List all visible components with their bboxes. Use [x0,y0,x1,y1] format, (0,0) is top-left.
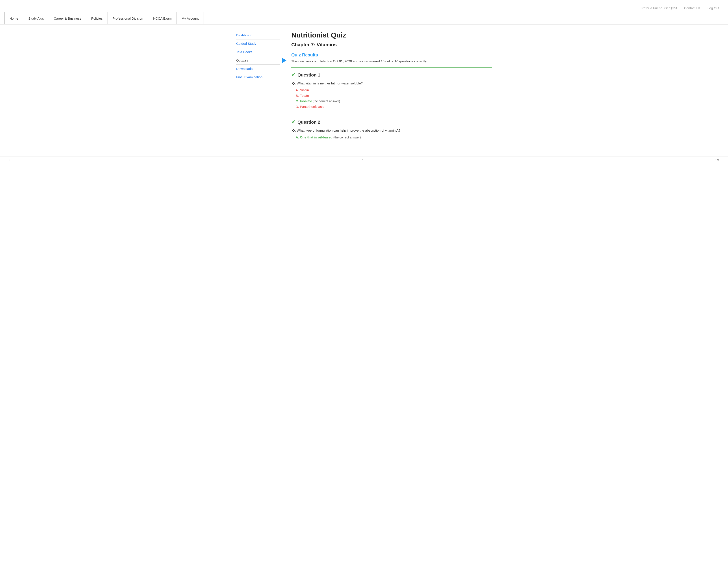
check-icon-q1: ✔ [291,72,295,78]
sidebar-item-guided-study[interactable]: Guided Study [236,39,280,48]
q1-answer-a: A. Niacin [291,88,492,92]
footer-right: 1/4 [715,159,719,162]
sidebar-active-arrow [282,58,286,63]
question-1-block: ✔ Question 1 Q: What vitamin is neither … [291,67,492,112]
quiz-results-title: Quiz Results [291,52,492,58]
question-1-label: Question 1 [297,72,320,78]
footer: h 1 1/4 [0,156,728,164]
question-2-header: ✔ Question 2 [291,119,492,125]
footer-left: h [9,159,10,162]
q1-answer-b: B. Folate [291,94,492,97]
check-icon-q2: ✔ [291,119,295,125]
top-bar: Refer a Friend, Get $25! Contact Us Log … [0,0,728,12]
nav-my-account[interactable]: My Account [177,12,204,24]
nav-bar: Home Study Aids Career & Business Polici… [0,12,728,24]
sidebar-item-dashboard[interactable]: Dashboard [236,31,280,39]
question-2-block: ✔ Question 2 Q: What type of formulation… [291,115,492,143]
main-layout: Dashboard Guided Study Text Books Quizze… [232,24,496,152]
content-area: Nutritionist Quiz Chapter 7: Vitamins Qu… [285,31,492,145]
question-1-header: ✔ Question 1 [291,72,492,78]
logout-link[interactable]: Log Out [708,6,719,10]
question-2-text: Q: What type of formulation can help imp… [291,128,492,132]
nav-career-business[interactable]: Career & Business [49,12,86,24]
q1-answer-d: D. Pantothenic acid [291,105,492,108]
quiz-title: Nutritionist Quiz [291,31,492,39]
refer-friend-link[interactable]: Refer a Friend, Get $25! [641,6,677,10]
chapter-title: Chapter 7: Vitamins [291,42,492,48]
sidebar: Dashboard Guided Study Text Books Quizze… [236,31,285,145]
nav-home[interactable]: Home [4,12,23,24]
contact-us-link[interactable]: Contact Us [684,6,700,10]
nav-ncca-exam[interactable]: NCCA Exam [148,12,177,24]
nav-study-aids[interactable]: Study Aids [23,12,49,24]
sidebar-item-final-examination[interactable]: Final Examination [236,73,280,81]
sidebar-item-downloads[interactable]: Downloads [236,65,280,73]
q2-answer-a: A. One that is oil-based (the correct an… [291,135,492,139]
question-2-label: Question 2 [297,120,320,125]
quiz-results-text: This quiz was completed on Oct 01, 2020 … [291,59,492,63]
question-1-text: Q: What vitamin is neither fat nor water… [291,81,492,85]
nav-professional-division[interactable]: Professional Division [108,12,148,24]
sidebar-item-quizzes[interactable]: Quizzes [236,56,280,65]
q1-answer-c: C. Inositol (the correct answer) [291,99,492,103]
nav-policies[interactable]: Policies [86,12,108,24]
footer-center: 1 [362,159,364,162]
sidebar-item-text-books[interactable]: Text Books [236,48,280,56]
